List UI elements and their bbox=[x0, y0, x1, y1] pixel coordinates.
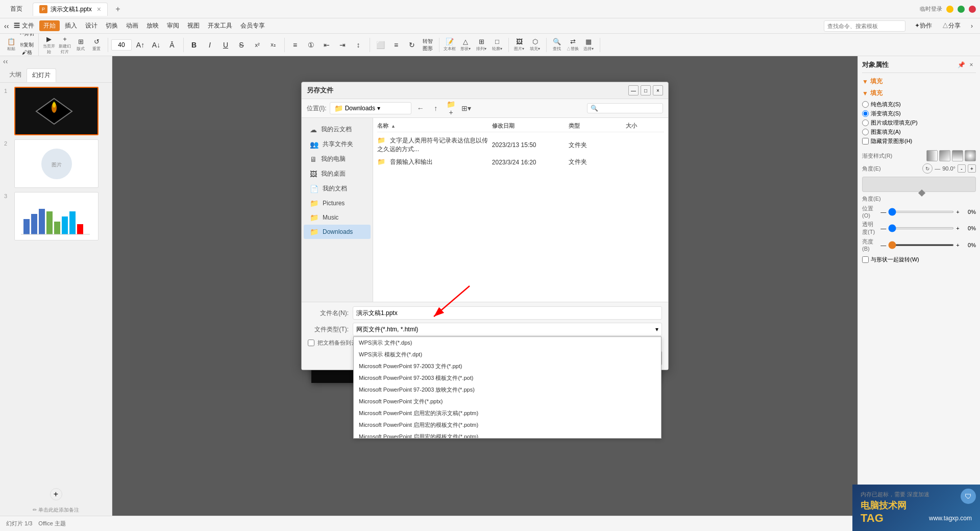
fill-picture[interactable]: 图片或纹理填充(P) bbox=[862, 119, 976, 127]
fill-gradient[interactable]: 渐变填充(S) bbox=[862, 110, 976, 117]
fill-area-btn[interactable]: ⬡ 填充▾ bbox=[528, 38, 542, 52]
ft-pptx[interactable]: Microsoft PowerPoint 文件(*.pptx) bbox=[354, 396, 661, 407]
grad-btn-4[interactable] bbox=[965, 150, 976, 161]
slide-item-2[interactable]: 2 图片 bbox=[4, 139, 108, 188]
col-size[interactable]: 大小 bbox=[626, 122, 664, 130]
position-dec-btn[interactable]: — bbox=[880, 209, 886, 215]
view-toggle-btn[interactable]: ⊞▾ bbox=[460, 102, 473, 114]
nav-back-btn[interactable]: ← bbox=[414, 102, 427, 114]
indent-dec-btn[interactable]: ⇤ bbox=[320, 38, 334, 52]
nav-up-btn[interactable]: ↑ bbox=[430, 102, 442, 114]
sync-rotation[interactable]: 与形状一起旋转(W) bbox=[862, 256, 976, 263]
convert-shape-btn[interactable]: 转智图形 bbox=[421, 38, 435, 52]
ft-pps97[interactable]: Microsoft PowerPoint 97-2003 放映文件(*.pps) bbox=[354, 384, 661, 396]
backup-checkbox[interactable] bbox=[308, 340, 314, 346]
menu-file[interactable]: ☰ 文件 bbox=[11, 20, 37, 31]
outline-tab[interactable]: 大纲 bbox=[4, 68, 27, 82]
col-date[interactable]: 修改日期 bbox=[492, 122, 569, 130]
menu-view[interactable]: 视图 bbox=[184, 20, 203, 31]
menu-member[interactable]: 会员专享 bbox=[237, 20, 268, 31]
ft-potm[interactable]: Microsoft PowerPoint 启用宏的模板文件(*.potm) bbox=[354, 419, 661, 431]
menu-start-btn[interactable]: 开始 bbox=[39, 20, 60, 31]
align-center-btn[interactable]: ≡ bbox=[389, 38, 403, 52]
transparency-slider[interactable] bbox=[888, 227, 954, 229]
slide-thumb-3[interactable] bbox=[14, 192, 99, 240]
grad-btn-2[interactable] bbox=[939, 150, 950, 161]
sub-btn[interactable]: x₂ bbox=[266, 38, 280, 52]
collab-btn[interactable]: ✦协作 bbox=[912, 20, 935, 31]
nav-left-btn[interactable]: ‹‹ bbox=[4, 22, 9, 30]
col-name[interactable]: 名称 ▲ bbox=[377, 122, 492, 130]
sidebar-downloads[interactable]: 📁 Downloads bbox=[304, 225, 371, 239]
dialog-search-input[interactable] bbox=[598, 105, 659, 111]
select-btn[interactable]: ▦ 选择▾ bbox=[581, 38, 596, 52]
slide-thumb-1[interactable] bbox=[14, 87, 99, 135]
fill-solid[interactable]: 纯色填充(S) bbox=[862, 101, 976, 108]
insert-textbox-btn[interactable]: 📝 文本框 bbox=[443, 38, 457, 52]
panel-collapse-btn[interactable]: ‹‹ bbox=[3, 57, 8, 65]
dialog-min-btn[interactable]: — bbox=[628, 85, 639, 95]
fill-hide-bg[interactable]: 隐藏背景图形(H) bbox=[862, 137, 976, 145]
insert-arrange-btn[interactable]: ⊞ 排列▾ bbox=[474, 38, 488, 52]
sidebar-my-computer[interactable]: 🖥 我的电脑 bbox=[304, 152, 371, 166]
angle-inc-btn[interactable]: + bbox=[968, 164, 976, 173]
doc-tab[interactable]: P 演示文稿1.pptx × bbox=[33, 3, 108, 16]
dialog-max-btn[interactable]: □ bbox=[641, 85, 651, 95]
slide-item-3[interactable]: 3 bbox=[4, 192, 108, 240]
brightness-slider[interactable] bbox=[888, 244, 954, 246]
sidebar-cloud-docs[interactable]: ☁ 我的云文档 bbox=[304, 122, 371, 137]
file-row-1[interactable]: 📁 文字是人类用符号记录表达信息以传之久远的方式... 2023/2/13 15… bbox=[377, 134, 664, 156]
ft-pot97[interactable]: Microsoft PowerPoint 97-2003 模板文件(*.pot) bbox=[354, 372, 661, 384]
ft-wps[interactable]: WPS演示 文件(*.dps) bbox=[354, 337, 661, 349]
layout-btn[interactable]: ⊞ 版式 bbox=[74, 38, 88, 52]
align-left-btn[interactable]: ⬜ bbox=[373, 38, 387, 52]
brightness-dec-btn[interactable]: — bbox=[880, 242, 886, 248]
reset-btn[interactable]: ↺ 重置 bbox=[89, 38, 104, 52]
replace-btn[interactable]: ⇄ △替换 bbox=[566, 38, 580, 52]
insert-outline-btn[interactable]: □ 轮廓▾ bbox=[490, 38, 504, 52]
font-size-up-btn[interactable]: A↑ bbox=[133, 38, 148, 52]
brightness-inc-btn[interactable]: + bbox=[956, 242, 959, 248]
transparency-inc-btn[interactable]: + bbox=[956, 225, 959, 231]
file-row-2[interactable]: 📁 音频输入和输出 2023/3/24 16:20 文件夹 bbox=[377, 156, 664, 168]
underline-btn[interactable]: U bbox=[218, 38, 233, 52]
image-btn[interactable]: 🖼 图片▾ bbox=[512, 38, 526, 52]
super-btn[interactable]: x² bbox=[250, 38, 264, 52]
position-slider[interactable] bbox=[888, 211, 954, 213]
menu-animation[interactable]: 动画 bbox=[123, 20, 141, 31]
bullets-btn[interactable]: ≡ bbox=[288, 38, 302, 52]
ft-wps-tpl[interactable]: WPS演示 模板文件(*.dpt) bbox=[354, 349, 661, 360]
strikethrough-btn[interactable]: S bbox=[234, 38, 249, 52]
filetype-dropdown[interactable]: 网页文件(*.htm, *.html) ▾ WPS演示 文件(*.dps) WP… bbox=[353, 323, 662, 336]
ft-pptm[interactable]: Microsoft PowerPoint 启用宏的演示文稿(*.pptm) bbox=[354, 407, 661, 419]
menu-design[interactable]: 设计 bbox=[82, 20, 101, 31]
tab-close-btn[interactable]: × bbox=[97, 5, 101, 13]
format-btn[interactable]: 🖌格式式 bbox=[20, 51, 34, 57]
sidebar-my-docs[interactable]: 📄 我的文档 bbox=[304, 181, 371, 196]
add-slide-btn[interactable]: + bbox=[50, 488, 62, 500]
cut-btn[interactable]: ✂剪切 bbox=[20, 34, 34, 39]
numbering-btn[interactable]: ① bbox=[304, 38, 318, 52]
text-dir-btn[interactable]: ↻ bbox=[405, 38, 419, 52]
search-input[interactable] bbox=[824, 20, 905, 32]
ft-potm2[interactable]: Microsoft PowerPoint 启用宏的模板文件(*.potm) bbox=[354, 431, 661, 439]
paste-btn[interactable]: 📋 粘贴 bbox=[4, 38, 18, 52]
slide-thumb-2[interactable]: 图片 bbox=[14, 139, 99, 188]
sidebar-music[interactable]: 📁 Music bbox=[304, 210, 371, 225]
position-inc-btn[interactable]: + bbox=[956, 209, 959, 215]
grad-btn-3[interactable] bbox=[952, 150, 963, 161]
window-maximize-btn[interactable] bbox=[958, 6, 965, 13]
angle-dec-btn[interactable]: - bbox=[958, 164, 966, 173]
slides-tab[interactable]: 幻灯片 bbox=[27, 68, 56, 82]
slide-item-1[interactable]: 1 bbox=[4, 87, 108, 135]
ft-ppt97[interactable]: Microsoft PowerPoint 97-2003 文件(*.ppt) bbox=[354, 360, 661, 372]
filename-input[interactable] bbox=[353, 306, 662, 320]
dialog-close-btn[interactable]: × bbox=[653, 85, 663, 95]
panel-close-btn[interactable]: × bbox=[967, 60, 976, 69]
transparency-dec-btn[interactable]: — bbox=[880, 225, 886, 231]
new-tab-btn[interactable]: + bbox=[112, 3, 124, 15]
grad-btn-1[interactable] bbox=[926, 150, 938, 161]
sidebar-desktop[interactable]: 🖼 我的桌面 bbox=[304, 166, 371, 181]
home-tab[interactable]: 首页 bbox=[4, 3, 29, 15]
clear-format-btn[interactable]: Ā bbox=[165, 38, 179, 52]
